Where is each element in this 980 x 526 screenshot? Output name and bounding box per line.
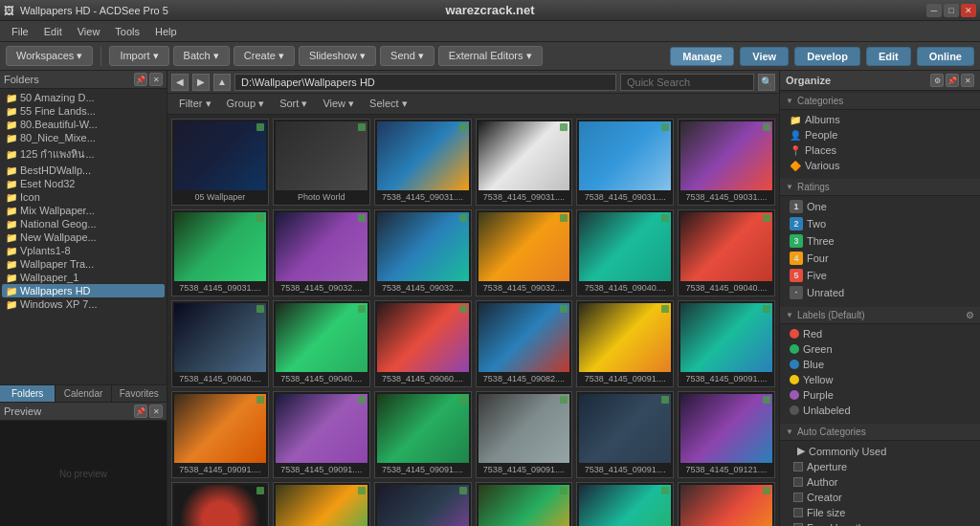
label-item[interactable]: Green [786,341,974,357]
rating-item[interactable]: ·Unrated [786,284,974,301]
folder-item[interactable]: 📁Windows XP 7... [2,297,165,311]
folder-item[interactable]: 📁New Wallpape... [2,230,165,244]
folder-item[interactable]: 📁Eset Nod32 [2,177,165,190]
thumbnail-item[interactable]: Photo World [273,119,370,206]
labels-settings-button[interactable]: ⚙ [966,310,974,320]
preview-close-button[interactable]: ✕ [149,405,163,418]
menu-help[interactable]: Help [147,24,185,39]
path-input[interactable] [234,74,616,91]
thumbnail-item[interactable]: 7538_4145_09091.... [576,300,674,387]
develop-button[interactable]: Develop [794,47,860,66]
folder-item[interactable]: 📁BestHDWallp... [2,164,165,177]
folder-item[interactable]: 📁Vplants1-8 [2,244,165,257]
thumbnail-item[interactable]: 7538_4145_09091.... [374,391,472,478]
organize-close-button[interactable]: ✕ [961,74,974,87]
close-button[interactable]: ✕ [961,4,976,17]
thumbnail-item[interactable]: 05 Wallpaper [171,119,269,206]
manage-button[interactable]: Manage [670,47,734,66]
thumbnail-item[interactable]: 7538_4145_09031.... [171,209,269,296]
tab-folders[interactable]: Folders [0,385,56,402]
search-input[interactable] [620,74,754,91]
label-item[interactable]: Purple [786,387,974,403]
create-button[interactable]: Create ▾ [234,46,295,66]
categories-header[interactable]: ▼ Categories [780,93,980,110]
auto-categories-header[interactable]: ▼ Auto Categories [780,424,980,441]
thumbnail-item[interactable]: 7538_4145_09032.... [273,209,370,296]
thumbnail-item[interactable]: 7538_4145_09091.... [374,482,472,526]
folder-tree[interactable]: 📁50 Amazing D...📁55 Fine Lands...📁80.Bea… [0,89,167,384]
menu-edit[interactable]: Edit [36,24,70,39]
label-item[interactable]: Unlabeled [786,403,974,418]
thumbnail-area[interactable]: 05 Wallpaper Photo World 7538_4145_09031… [167,115,779,526]
rating-item[interactable]: 2Two [786,215,974,232]
auto-category-checkbox[interactable] [793,493,803,502]
labels-header[interactable]: ▼ Labels (Default) ⚙ [780,307,980,324]
thumbnail-item[interactable]: 7538_4145_09091.... [273,482,370,526]
select-button[interactable]: Select ▾ [364,97,413,111]
menu-view[interactable]: View [70,24,108,39]
tab-calendar[interactable]: Calendar [56,385,111,402]
thumbnail-item[interactable]: 7538_4145_09040.... [678,209,775,296]
view-button[interactable]: View [740,47,789,66]
sort-button[interactable]: Sort ▾ [274,97,313,111]
up-button[interactable]: ▲ [213,74,231,91]
rating-item[interactable]: 4Four [786,250,974,267]
ratings-header[interactable]: ▼ Ratings [780,179,980,196]
search-button[interactable]: 🔍 [758,74,775,91]
thumbnail-item[interactable]: 7538_4145_09091.... [678,482,775,526]
panel-close-button[interactable]: ✕ [149,73,163,86]
thumbnail-item[interactable]: 7538_4145_09040.... [273,300,370,387]
thumbnail-item[interactable]: 7538_4145_09091.... [576,482,674,526]
forward-button[interactable]: ▶ [192,74,210,91]
folder-item[interactable]: 📁80_Nice_Mixe... [2,131,165,144]
rating-item[interactable]: 3Three [786,232,974,250]
thumbnail-item[interactable]: 7538_4145_09091.... [576,391,674,478]
view-options-button[interactable]: View ▾ [317,97,360,111]
menu-file[interactable]: File [4,24,36,39]
thumbnail-item[interactable]: 7538_4145_09121.... [678,391,775,478]
batch-button[interactable]: Batch ▾ [173,46,230,66]
auto-category-item[interactable]: Creator [786,490,974,505]
menu-tools[interactable]: Tools [107,24,147,39]
folder-item[interactable]: 📁50 Amazing D... [2,91,165,104]
label-item[interactable]: Blue [786,357,974,372]
edit-button[interactable]: Edit [866,47,911,66]
send-button[interactable]: Send ▾ [380,46,434,66]
folder-item[interactable]: 📁Icon [2,190,165,204]
auto-category-item[interactable]: Aperture [786,459,974,474]
category-item[interactable]: 🔶Various [786,158,974,173]
auto-category-item[interactable]: Author [786,474,974,490]
organize-pin-button[interactable]: 📌 [946,74,959,87]
thumbnail-item[interactable]: 7538_4145_09091.... [476,391,573,478]
tab-favorites[interactable]: Favorites [112,385,167,402]
label-item[interactable]: Red [786,326,974,341]
workspaces-button[interactable]: Workspaces ▾ [6,46,93,66]
thumbnail-item[interactable]: 7538_4145_09091.... [171,391,269,478]
organize-settings-button[interactable]: ⚙ [930,74,944,87]
group-button[interactable]: Group ▾ [221,97,271,111]
thumbnail-item[interactable]: 7538_4145_09040.... [171,300,269,387]
category-item[interactable]: 📁Albums [786,112,974,127]
category-item[interactable]: 📍Places [786,142,974,158]
folder-item[interactable]: 📁Wallpaper Tra... [2,257,165,271]
thumbnail-item[interactable]: 7538_4145_09031.... [476,119,573,206]
folder-item[interactable]: 📁80.Beautiful-W... [2,118,165,131]
thumbnail-item[interactable]: 7538_4145_09091.... [273,391,370,478]
external-editors-button[interactable]: External Editors ▾ [438,46,543,66]
auto-category-checkbox[interactable] [793,508,803,517]
label-item[interactable]: Yellow [786,372,974,387]
rating-item[interactable]: 5Five [786,267,974,284]
folder-item[interactable]: 📁55 Fine Lands... [2,104,165,118]
thumbnail-item[interactable]: 7538_4145_09060.... [374,300,472,387]
folder-item[interactable]: 📁125 กำแพงหิน... [2,144,165,164]
thumbnail-item[interactable]: 7538_4145_09082.... [476,300,573,387]
folder-item[interactable]: 📁Wallpaper_1 [2,271,165,284]
auto-category-checkbox[interactable] [793,477,803,487]
category-item[interactable]: 👤People [786,127,974,142]
auto-category-checkbox[interactable] [793,462,803,471]
thumbnail-item[interactable]: 7538_4145_09091.... [678,300,775,387]
preview-pin-button[interactable]: 📌 [134,405,147,418]
thumbnail-item[interactable]: 7538_4145_09031.... [374,119,472,206]
online-button[interactable]: Online [917,47,974,66]
thumbnail-item[interactable]: 7538_4145_09032.... [374,209,472,296]
